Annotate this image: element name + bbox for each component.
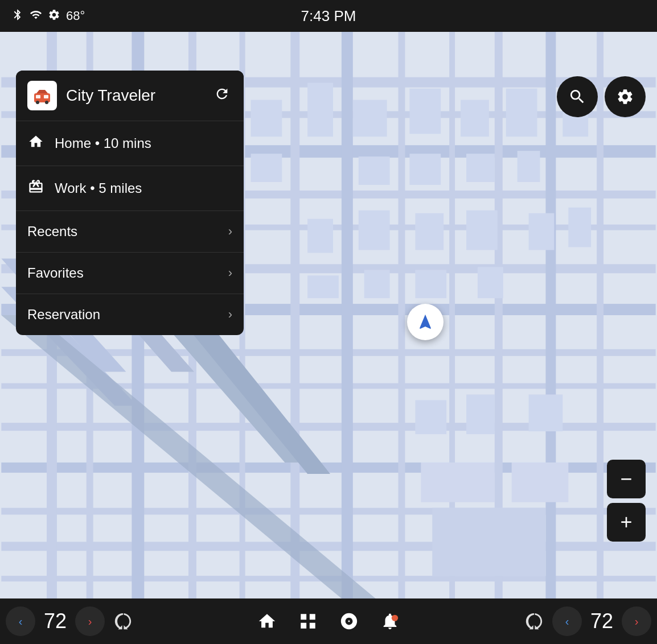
svg-rect-40 — [506, 89, 537, 137]
bluetooth-icon — [11, 9, 24, 23]
reservation-chevron: › — [228, 307, 232, 322]
svg-rect-59 — [466, 394, 495, 434]
fan-nav-button[interactable] — [331, 603, 367, 639]
grid-nav-button[interactable] — [290, 603, 326, 639]
map-area[interactable]: City Traveler Home • 10 mins — [0, 32, 657, 598]
temperature-display: 68° — [66, 9, 85, 23]
svg-rect-55 — [364, 270, 390, 298]
svg-rect-56 — [415, 270, 446, 298]
right-temp-value: 72 — [588, 609, 616, 633]
refresh-button[interactable] — [212, 84, 232, 108]
zoom-out-button[interactable]: − — [607, 460, 646, 498]
right-temp-up-button[interactable]: › — [622, 606, 651, 636]
svg-rect-53 — [568, 208, 591, 247]
recents-label: Recents — [27, 224, 228, 240]
left-temp-down-button[interactable]: ‹ — [6, 606, 35, 636]
left-temp-up-button[interactable]: › — [75, 606, 105, 636]
svg-rect-63 — [432, 508, 545, 576]
svg-rect-43 — [251, 154, 282, 182]
svg-rect-45 — [409, 154, 441, 185]
current-time: 7:43 PM — [301, 7, 356, 25]
search-button[interactable] — [557, 76, 598, 117]
settings-button[interactable] — [605, 76, 646, 117]
svg-point-69 — [45, 101, 48, 104]
svg-rect-51 — [466, 210, 498, 250]
svg-rect-35 — [251, 100, 282, 137]
work-icon — [27, 179, 44, 198]
svg-rect-38 — [409, 89, 441, 134]
menu-item-reservation[interactable]: Reservation › — [16, 294, 244, 335]
svg-rect-39 — [461, 100, 489, 137]
app-header: City Traveler — [16, 71, 244, 121]
svg-point-70 — [392, 615, 398, 621]
svg-rect-46 — [466, 154, 495, 182]
svg-rect-57 — [478, 267, 503, 298]
svg-rect-44 — [359, 156, 390, 185]
svg-rect-50 — [415, 213, 444, 250]
navigation-panel: City Traveler Home • 10 mins — [16, 71, 244, 335]
left-temp-value: 72 — [41, 609, 69, 633]
right-fan-icon[interactable] — [516, 603, 552, 639]
svg-rect-13 — [1, 542, 655, 551]
app-icon — [27, 81, 57, 110]
favorites-chevron: › — [228, 266, 232, 280]
svg-rect-25 — [545, 32, 556, 598]
svg-rect-60 — [529, 394, 563, 431]
left-temp-control: ‹ 72 › — [6, 606, 105, 636]
svg-rect-48 — [307, 219, 333, 253]
menu-item-work[interactable]: Work • 5 miles — [16, 166, 244, 211]
svg-rect-36 — [307, 83, 333, 137]
reservation-label: Reservation — [27, 307, 228, 323]
svg-rect-47 — [518, 151, 540, 182]
menu-item-favorites[interactable]: Favorites › — [16, 253, 244, 294]
menu-item-home[interactable]: Home • 10 mins — [16, 121, 244, 166]
zoom-in-button[interactable]: + — [607, 503, 646, 542]
svg-rect-58 — [415, 400, 446, 434]
svg-rect-54 — [307, 275, 339, 298]
svg-rect-67 — [44, 95, 48, 98]
home-nav-button[interactable] — [249, 603, 285, 639]
status-left: 68° — [11, 9, 85, 23]
work-item-label: Work • 5 miles — [55, 180, 232, 196]
svg-rect-52 — [529, 213, 555, 250]
notification-nav-button[interactable] — [372, 603, 408, 639]
right-temp-down-button[interactable]: ‹ — [552, 606, 582, 636]
zoom-controls: − + — [607, 460, 646, 542]
home-item-label: Home • 10 mins — [55, 135, 232, 151]
right-temp-control: ‹ 72 › — [552, 606, 651, 636]
home-icon — [27, 134, 44, 153]
top-right-buttons — [557, 76, 646, 117]
signal-icon — [30, 9, 42, 23]
svg-rect-61 — [421, 463, 494, 502]
svg-rect-49 — [359, 210, 390, 250]
svg-rect-37 — [353, 100, 387, 137]
svg-rect-12 — [1, 508, 655, 515]
svg-rect-62 — [512, 463, 569, 502]
svg-point-68 — [36, 101, 39, 104]
menu-item-recents[interactable]: Recents › — [16, 211, 244, 253]
bottom-bar: ‹ 72 › — [0, 598, 657, 644]
svg-rect-22 — [399, 32, 405, 598]
svg-rect-20 — [290, 32, 299, 598]
favorites-label: Favorites — [27, 265, 228, 281]
bottom-center-icons — [141, 603, 516, 639]
app-title: City Traveler — [66, 86, 212, 105]
left-fan-icon[interactable] — [105, 603, 141, 639]
status-bar: 68° 7:43 PM — [0, 0, 657, 32]
recents-chevron: › — [228, 224, 232, 239]
svg-rect-21 — [342, 32, 353, 598]
svg-rect-66 — [36, 95, 40, 98]
settings-status-icon[interactable] — [48, 9, 60, 23]
